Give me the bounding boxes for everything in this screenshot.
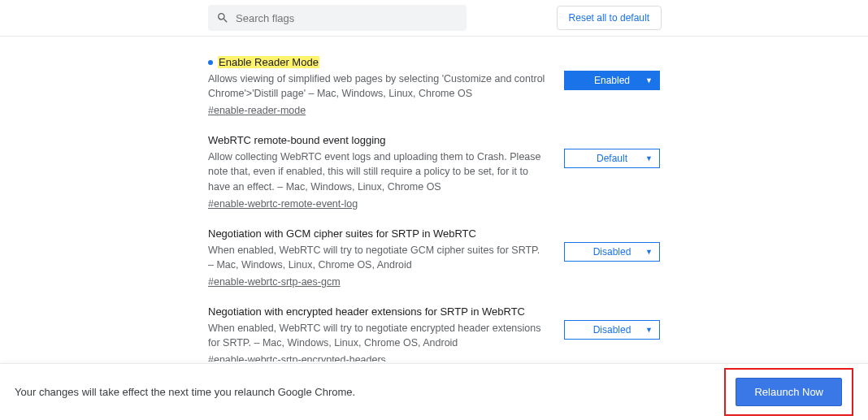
footer-bar: Your changes will take effect the next t… [0, 363, 868, 420]
footer-message: Your changes will take effect the next t… [15, 386, 355, 398]
search-box[interactable] [208, 5, 467, 31]
flag-description: When enabled, WebRTC will try to negotia… [208, 321, 548, 350]
flag-info: WebRTC remote-bound event loggingAllow c… [208, 134, 564, 209]
flag-dropdown[interactable]: Enabled▼ [564, 71, 660, 90]
flag-title: Enable Reader Mode [218, 56, 319, 68]
flag-title-row: Enable Reader Mode [208, 56, 548, 68]
flag-permalink[interactable]: #enable-webrtc-srtp-aes-gcm [208, 276, 341, 288]
relaunch-highlight: Relaunch Now [724, 368, 853, 416]
flag-control: Default▼ [564, 134, 660, 209]
relaunch-button[interactable]: Relaunch Now [736, 378, 842, 406]
flags-list: Enable Reader ModeAllows viewing of simp… [0, 37, 868, 362]
flag-dropdown-value: Disabled [593, 246, 631, 258]
chevron-down-icon: ▼ [645, 76, 653, 84]
flag-dropdown-value: Enabled [594, 75, 630, 86]
flag-dropdown[interactable]: Disabled▼ [564, 242, 660, 262]
flag-item: Negotiation with encrypted header extens… [208, 294, 660, 362]
modified-dot-icon [208, 60, 213, 65]
flag-dropdown-value: Default [597, 153, 627, 164]
flag-control: Disabled▼ [564, 227, 660, 288]
flag-item: WebRTC remote-bound event loggingAllow c… [208, 123, 660, 215]
flag-permalink[interactable]: #enable-webrtc-srtp-encrypted-headers [208, 354, 386, 362]
flag-item: Negotiation with GCM cipher suites for S… [208, 216, 660, 294]
flag-description: When enabled, WebRTC will try to negotia… [208, 243, 548, 272]
flag-dropdown[interactable]: Default▼ [564, 149, 660, 168]
flag-title-row: Negotiation with GCM cipher suites for S… [208, 227, 548, 240]
flag-info: Enable Reader ModeAllows viewing of simp… [208, 56, 564, 116]
flag-info: Negotiation with encrypted header extens… [208, 305, 564, 362]
flag-dropdown-value: Disabled [593, 324, 631, 336]
flag-control: Disabled▼ [564, 305, 660, 362]
flag-permalink[interactable]: #enable-webrtc-remote-event-log [208, 198, 358, 210]
search-input[interactable] [236, 12, 458, 24]
flag-control: Enabled▼ [564, 56, 660, 116]
flag-item: Enable Reader ModeAllows viewing of simp… [208, 45, 660, 123]
flag-title: WebRTC remote-bound event logging [208, 134, 385, 146]
flag-description: Allows viewing of simplified web pages b… [208, 71, 548, 101]
chevron-down-icon: ▼ [645, 248, 653, 256]
flag-title: Negotiation with encrypted header extens… [208, 305, 525, 318]
reset-all-button[interactable]: Reset all to default [557, 6, 662, 30]
chevron-down-icon: ▼ [645, 326, 653, 334]
flag-title-row: WebRTC remote-bound event logging [208, 134, 548, 146]
flag-description: Allow collecting WebRTC event logs and u… [208, 149, 548, 193]
chevron-down-icon: ▼ [645, 154, 653, 162]
flag-title: Negotiation with GCM cipher suites for S… [208, 227, 476, 240]
flag-dropdown[interactable]: Disabled▼ [564, 320, 660, 340]
flag-permalink[interactable]: #enable-reader-mode [208, 105, 306, 116]
header: Reset all to default [0, 0, 868, 37]
flag-title-row: Negotiation with encrypted header extens… [208, 305, 548, 318]
search-icon [216, 11, 229, 24]
flag-info: Negotiation with GCM cipher suites for S… [208, 227, 564, 288]
